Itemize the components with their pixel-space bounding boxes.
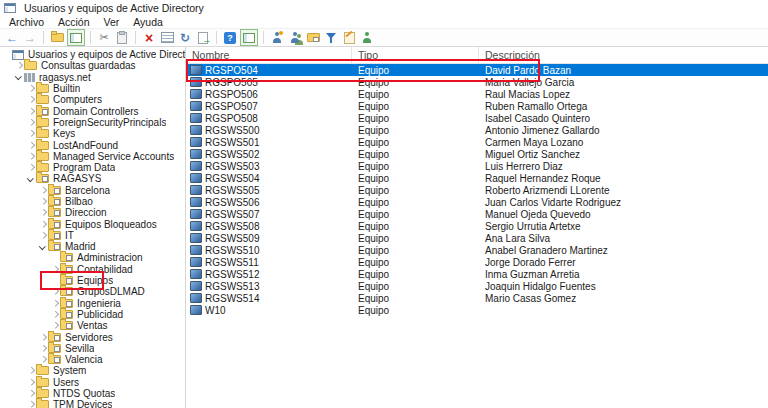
tree-item[interactable]: Equipos Bloqueados: [0, 218, 185, 229]
menu-item[interactable]: Archivo: [2, 16, 51, 28]
chevron-icon[interactable]: [26, 84, 36, 94]
chevron-icon[interactable]: [50, 309, 60, 319]
chevron-icon[interactable]: [38, 219, 48, 229]
column-header-tipo[interactable]: Tipo: [352, 47, 479, 63]
tree-item[interactable]: TPM Devices: [0, 399, 185, 408]
chevron-icon[interactable]: [50, 276, 60, 286]
tree-item[interactable]: Equipos: [0, 275, 185, 286]
list-row[interactable]: RGSWS506 Equipo Juan Carlos Vidarte Rodr…: [186, 196, 768, 208]
forward-icon[interactable]: [22, 30, 38, 45]
chevron-icon[interactable]: [26, 117, 36, 127]
tree-item[interactable]: Direccion: [0, 207, 185, 218]
copy-icon[interactable]: [114, 30, 130, 45]
list-row[interactable]: RGSWS501 Equipo Carmen Maya Lozano: [186, 136, 768, 148]
tree-item[interactable]: GruposDLMAD: [0, 286, 185, 297]
chevron-icon[interactable]: [26, 95, 36, 105]
tree-item[interactable]: Contabilidad: [0, 264, 185, 275]
tree-item[interactable]: Users: [0, 377, 185, 388]
list-row[interactable]: RGSWS508 Equipo Sergio Urrutia Artetxe: [186, 220, 768, 232]
chevron-icon[interactable]: [26, 140, 36, 150]
tree-item[interactable]: Madrid: [0, 241, 185, 252]
chevron-icon[interactable]: [26, 377, 36, 387]
tree-item[interactable]: LostAndFound: [0, 139, 185, 150]
list-row[interactable]: RGSWS502 Equipo Miguel Ortiz Sanchez: [186, 148, 768, 160]
list-row[interactable]: RGSWS505 Equipo Roberto Arizmendi LLoren…: [186, 184, 768, 196]
list-row[interactable]: RGSPO507 Equipo Ruben Ramallo Ortega: [186, 100, 768, 112]
filter-icon[interactable]: [323, 30, 339, 45]
chevron-icon[interactable]: [50, 264, 60, 274]
tree-item[interactable]: Keys: [0, 128, 185, 139]
tree-item[interactable]: Administracion: [0, 252, 185, 263]
chevron-icon[interactable]: [26, 174, 36, 184]
tree-item[interactable]: ragasys.net: [0, 72, 185, 83]
tree-item[interactable]: RAGASYS: [0, 173, 185, 184]
chevron-icon[interactable]: [26, 366, 36, 376]
tree-item[interactable]: Program Data: [0, 162, 185, 173]
chevron-icon[interactable]: [26, 400, 36, 408]
help-icon[interactable]: [222, 30, 238, 45]
tree-item[interactable]: Computers: [0, 94, 185, 105]
list-row[interactable]: RGSWS512 Equipo Inma Guzman Arretia: [186, 268, 768, 280]
list-row[interactable]: W10 Equipo: [186, 304, 768, 316]
chevron-icon[interactable]: [26, 129, 36, 139]
tree-item[interactable]: Ventas: [0, 320, 185, 331]
chevron-icon[interactable]: [14, 72, 24, 82]
tree-item[interactable]: Sevilla: [0, 343, 185, 354]
chevron-icon[interactable]: [26, 389, 36, 399]
list-row[interactable]: RGSWS509 Equipo Ana Lara Silva: [186, 232, 768, 244]
tree-item[interactable]: Servidores: [0, 331, 185, 342]
chevron-icon[interactable]: [38, 208, 48, 218]
chevron-icon[interactable]: [50, 253, 60, 263]
tree-item[interactable]: Consultas guardadas: [0, 60, 185, 71]
list-row[interactable]: RGSPO504 Equipo David Pardo Bazan: [186, 64, 768, 76]
list-row[interactable]: RGSWS511 Equipo Jorge Dorado Ferrer: [186, 256, 768, 268]
chevron-icon[interactable]: [26, 106, 36, 116]
tree-item[interactable]: Bilbao: [0, 196, 185, 207]
edit-attributes-icon[interactable]: [341, 30, 357, 45]
chevron-icon[interactable]: [38, 230, 48, 240]
new-ou-icon[interactable]: [305, 30, 321, 45]
column-header-nombre[interactable]: Nombre: [186, 47, 352, 63]
new-user-icon[interactable]: [269, 30, 285, 45]
list-row[interactable]: RGSWS510 Equipo Anabel Granadero Martine…: [186, 244, 768, 256]
tree-item[interactable]: NTDS Quotas: [0, 388, 185, 399]
show-console-tree-icon[interactable]: [67, 29, 85, 46]
list-row[interactable]: RGSWS503 Equipo Luis Herrero Diaz: [186, 160, 768, 172]
menu-item[interactable]: Ver: [97, 16, 127, 28]
tree-item[interactable]: ForeignSecurityPrincipals: [0, 117, 185, 128]
tree-item[interactable]: Managed Service Accounts: [0, 151, 185, 162]
tree-item[interactable]: Publicidad: [0, 309, 185, 320]
back-icon[interactable]: [4, 30, 20, 45]
column-header-descripcion[interactable]: Descripción: [479, 47, 768, 63]
chevron-icon[interactable]: [38, 355, 48, 365]
chevron-icon[interactable]: [38, 242, 48, 252]
refresh-icon[interactable]: [177, 30, 193, 45]
chevron-icon[interactable]: [38, 343, 48, 353]
list-row[interactable]: RGSWS500 Equipo Antonio Jimenez Gallardo: [186, 124, 768, 136]
tree-item[interactable]: Barcelona: [0, 185, 185, 196]
list-row[interactable]: RGSWS514 Equipo Mario Casas Gomez: [186, 292, 768, 304]
chevron-icon[interactable]: [50, 298, 60, 308]
cut-icon[interactable]: [96, 30, 112, 45]
new-group-icon[interactable]: [287, 30, 303, 45]
menu-item[interactable]: Acción: [51, 16, 97, 28]
delete-icon[interactable]: [141, 30, 157, 45]
tree-item[interactable]: Ingenieria: [0, 298, 185, 309]
tree-item[interactable]: Builtin: [0, 83, 185, 94]
tree-item[interactable]: Valencia: [0, 354, 185, 365]
properties-list-icon[interactable]: [159, 30, 175, 45]
export-list-icon[interactable]: [195, 30, 211, 45]
chevron-icon[interactable]: [14, 61, 24, 71]
chevron-icon[interactable]: [38, 197, 48, 207]
up-one-level-icon[interactable]: [49, 30, 65, 45]
list-row[interactable]: RGSPO505 Equipo Maria Vallejo Garcia: [186, 76, 768, 88]
chevron-icon[interactable]: [38, 332, 48, 342]
list-row[interactable]: RGSWS513 Equipo Joaquin Hidalgo Fuentes: [186, 280, 768, 292]
add-member-icon[interactable]: [359, 30, 375, 45]
chevron-icon[interactable]: [26, 163, 36, 173]
chevron-icon[interactable]: [2, 50, 12, 60]
chevron-icon[interactable]: [26, 151, 36, 161]
list-row[interactable]: RGSPO508 Equipo Isabel Casado Quintero: [186, 112, 768, 124]
list-row[interactable]: RGSPO506 Equipo Raul Macias Lopez: [186, 88, 768, 100]
tree-item[interactable]: System: [0, 365, 185, 376]
